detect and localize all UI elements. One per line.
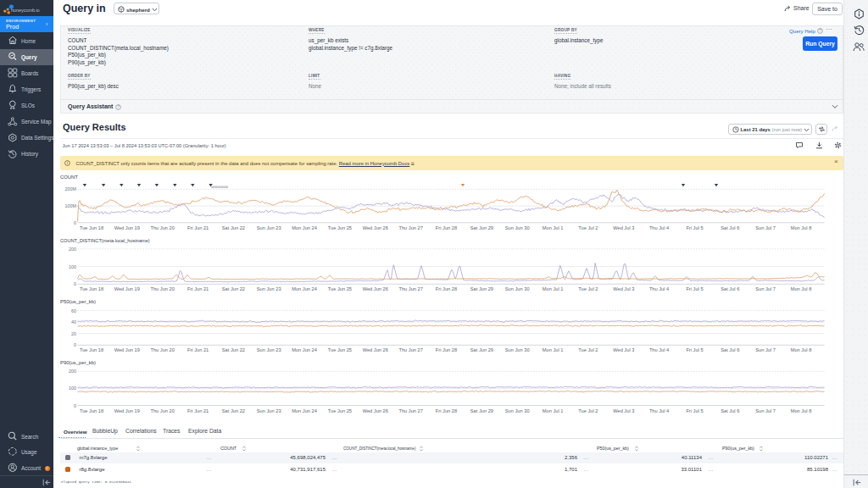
svg-text:Thu Jun 20: Thu Jun 20 xyxy=(150,408,174,413)
svg-text:Mon Jun 24: Mon Jun 24 xyxy=(292,347,317,352)
svg-text:Thu Jul 4: Thu Jul 4 xyxy=(649,286,669,291)
svg-text:Fri Jun 21: Fri Jun 21 xyxy=(187,408,209,413)
svg-text:Mon Jun 24: Mon Jun 24 xyxy=(292,408,317,413)
svg-text:Mon Jul 1: Mon Jul 1 xyxy=(542,408,564,413)
svg-text:Sat Jun 22: Sat Jun 22 xyxy=(222,408,245,413)
svg-text:100: 100 xyxy=(69,264,76,269)
svg-text:40: 40 xyxy=(71,319,76,324)
svg-text:200M: 200M xyxy=(65,186,77,191)
svg-text:Tue Jun 25: Tue Jun 25 xyxy=(328,286,352,291)
svg-text:Fri Jun 28: Fri Jun 28 xyxy=(436,408,457,413)
svg-text:Thu Jun 27: Thu Jun 27 xyxy=(398,347,422,352)
svg-text:Tue Jun 25: Tue Jun 25 xyxy=(328,347,352,352)
svg-text:Sun Jul 7: Sun Jul 7 xyxy=(755,286,776,291)
svg-text:Tue Jul 2: Tue Jul 2 xyxy=(578,225,598,230)
svg-text:Mon Jul 8: Mon Jul 8 xyxy=(791,286,812,291)
svg-text:Wed Jun 19: Wed Jun 19 xyxy=(114,225,140,230)
svg-text:0: 0 xyxy=(74,281,76,286)
svg-text:Mon Jul 1: Mon Jul 1 xyxy=(542,225,564,230)
svg-text:Fri Jun 21: Fri Jun 21 xyxy=(187,347,209,352)
svg-text:Sat Jun 22: Sat Jun 22 xyxy=(222,286,245,291)
svg-text:Tue Jul 2: Tue Jul 2 xyxy=(578,286,598,291)
svg-text:Sat Jul 6: Sat Jul 6 xyxy=(721,408,739,413)
svg-text:Sat Jun 29: Sat Jun 29 xyxy=(470,225,493,230)
svg-text:Thu Jun 20: Thu Jun 20 xyxy=(150,347,174,352)
svg-text:0: 0 xyxy=(74,220,76,225)
svg-text:Sat Jul 6: Sat Jul 6 xyxy=(721,286,739,291)
svg-text:Tue Jun 18: Tue Jun 18 xyxy=(80,408,103,413)
svg-text:Thu Jul 4: Thu Jul 4 xyxy=(649,225,669,230)
svg-text:Fri Jun 21: Fri Jun 21 xyxy=(187,286,209,291)
svg-text:0: 0 xyxy=(74,403,76,408)
svg-text:Sun Jun 30: Sun Jun 30 xyxy=(505,347,530,352)
svg-text:Sat Jul 6: Sat Jul 6 xyxy=(721,225,739,230)
svg-text:Sat Jun 22: Sat Jun 22 xyxy=(222,347,245,352)
svg-text:Wed Jul 3: Wed Jul 3 xyxy=(613,347,634,352)
svg-text:Wed Jun 26: Wed Jun 26 xyxy=(363,225,388,230)
svg-text:Wed Jul 3: Wed Jul 3 xyxy=(613,286,634,291)
svg-text:Fri Jun 28: Fri Jun 28 xyxy=(436,225,457,230)
svg-text:Sat Jun 29: Sat Jun 29 xyxy=(470,286,493,291)
svg-text:Wed Jun 26: Wed Jun 26 xyxy=(363,408,388,413)
svg-text:Wed Jul 3: Wed Jul 3 xyxy=(613,225,634,230)
svg-text:Fri Jul 5: Fri Jul 5 xyxy=(686,225,703,230)
svg-text:Thu Jul 4: Thu Jul 4 xyxy=(649,347,669,352)
svg-text:Fri Jul 5: Fri Jul 5 xyxy=(686,286,703,291)
svg-text:Tue Jul 2: Tue Jul 2 xyxy=(578,347,598,352)
svg-text:Mon Jun 24: Mon Jun 24 xyxy=(292,225,317,230)
svg-text:Sun Jun 30: Sun Jun 30 xyxy=(505,225,530,230)
svg-text:Wed Jun 19: Wed Jun 19 xyxy=(114,286,140,291)
svg-text:Sun Jul 7: Sun Jul 7 xyxy=(755,347,776,352)
svg-text:Sat Jun 29: Sat Jun 29 xyxy=(470,408,493,413)
svg-text:Mon Jul 8: Mon Jul 8 xyxy=(791,347,812,352)
svg-text:Thu Jun 27: Thu Jun 27 xyxy=(398,286,422,291)
svg-text:100M: 100M xyxy=(65,203,77,208)
svg-text:Fri Jul 5: Fri Jul 5 xyxy=(686,408,703,413)
svg-text:200: 200 xyxy=(69,369,76,374)
svg-text:Sun Jun 23: Sun Jun 23 xyxy=(257,347,281,352)
svg-text:Sat Jul 6: Sat Jul 6 xyxy=(721,347,739,352)
svg-text:Mon Jul 8: Mon Jul 8 xyxy=(791,408,812,413)
svg-text:Tue Jun 18: Tue Jun 18 xyxy=(80,225,103,230)
svg-text:Mon Jul 1: Mon Jul 1 xyxy=(542,347,564,352)
svg-text:Sun Jun 30: Sun Jun 30 xyxy=(505,408,530,413)
svg-text:Fri Jun 21: Fri Jun 21 xyxy=(187,225,209,230)
svg-text:Tue Jun 18: Tue Jun 18 xyxy=(80,286,103,291)
svg-text:Thu Jun 20: Thu Jun 20 xyxy=(150,225,174,230)
svg-text:Sun Jun 23: Sun Jun 23 xyxy=(257,408,281,413)
svg-text:Fri Jul 5: Fri Jul 5 xyxy=(686,347,703,352)
svg-text:100: 100 xyxy=(69,385,76,391)
svg-text:Mon Jul 1: Mon Jul 1 xyxy=(542,286,564,291)
svg-text:Sun Jun 23: Sun Jun 23 xyxy=(257,286,281,291)
svg-text:Sun Jun 23: Sun Jun 23 xyxy=(257,225,281,230)
svg-text:Tue Jul 2: Tue Jul 2 xyxy=(578,408,598,413)
svg-text:200: 200 xyxy=(69,247,76,252)
svg-text:Wed Jun 26: Wed Jun 26 xyxy=(363,347,388,352)
svg-text:0: 0 xyxy=(74,342,76,347)
svg-text:Tue Jun 18: Tue Jun 18 xyxy=(80,347,103,352)
svg-text:Sat Jun 29: Sat Jun 29 xyxy=(470,347,493,352)
svg-text:60: 60 xyxy=(71,308,76,313)
svg-text:Sat Jun 22: Sat Jun 22 xyxy=(222,225,245,230)
svg-text:Sun Jul 7: Sun Jul 7 xyxy=(755,408,776,413)
svg-text:Fri Jun 28: Fri Jun 28 xyxy=(436,286,457,291)
svg-text:Mon Jun 24: Mon Jun 24 xyxy=(292,286,317,291)
svg-text:Fri Jun 28: Fri Jun 28 xyxy=(436,347,457,352)
svg-text:Tue Jun 25: Tue Jun 25 xyxy=(328,408,352,413)
svg-text:Wed Jun 26: Wed Jun 26 xyxy=(363,286,388,291)
svg-text:Thu Jun 27: Thu Jun 27 xyxy=(398,408,422,413)
svg-text:Wed Jun 19: Wed Jun 19 xyxy=(114,347,140,352)
svg-text:Mon Jul 8: Mon Jul 8 xyxy=(791,225,812,230)
svg-text:Tue Jun 25: Tue Jun 25 xyxy=(328,225,352,230)
svg-text:Wed Jun 19: Wed Jun 19 xyxy=(114,408,140,413)
svg-text:Sun Jun 30: Sun Jun 30 xyxy=(505,286,530,291)
svg-text:Thu Jul 4: Thu Jul 4 xyxy=(649,408,669,413)
svg-text:Sun Jul 7: Sun Jul 7 xyxy=(755,225,776,230)
svg-text:Wed Jul 3: Wed Jul 3 xyxy=(613,408,634,413)
svg-text:Thu Jun 27: Thu Jun 27 xyxy=(398,225,422,230)
svg-text:20: 20 xyxy=(71,331,76,336)
svg-text:Thu Jun 20: Thu Jun 20 xyxy=(150,286,174,291)
